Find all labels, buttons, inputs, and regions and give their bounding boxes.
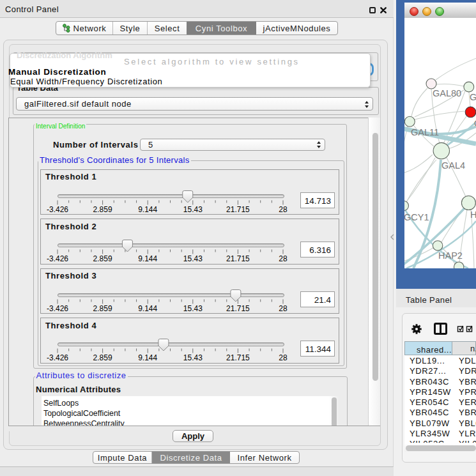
svg-text:H: H: [470, 210, 476, 220]
svg-text:GAL80: GAL80: [433, 88, 461, 98]
svg-text:HAP2: HAP2: [438, 250, 463, 261]
svg-text:GAL11: GAL11: [411, 127, 439, 137]
svg-text:GAL4: GAL4: [441, 160, 465, 171]
svg-text:GA: GA: [470, 92, 476, 102]
svg-text:GCY1: GCY1: [404, 212, 429, 222]
